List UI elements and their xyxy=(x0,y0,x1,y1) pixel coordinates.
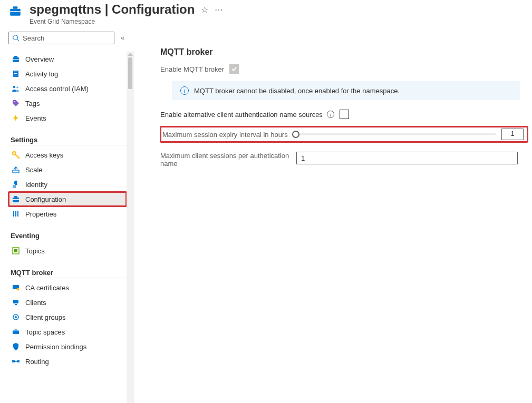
svg-rect-5 xyxy=(13,57,19,62)
sidebar-item-access-keys[interactable]: Access keys xyxy=(8,148,127,162)
sidebar-item-identity[interactable]: Identity xyxy=(8,177,127,192)
collapse-sidebar-button[interactable]: « xyxy=(119,34,127,42)
sidebar-item-label: Client groups xyxy=(25,313,66,321)
svg-rect-11 xyxy=(14,75,17,75)
sidebar-item-ca-certificates[interactable]: CA certificates xyxy=(8,280,127,295)
sidebar-item-label: Scale xyxy=(25,166,43,174)
topicspaces-icon xyxy=(12,328,20,336)
sidebar-item-clients[interactable]: Clients xyxy=(8,295,127,310)
svg-rect-28 xyxy=(13,300,18,303)
svg-point-13 xyxy=(16,86,18,89)
alt-auth-checkbox[interactable] xyxy=(340,110,349,119)
sidebar-heading-mqtt: MQTT broker xyxy=(8,266,127,278)
svg-point-12 xyxy=(13,86,15,88)
topics-icon xyxy=(12,247,20,255)
info-banner-text: MQTT broker cannot be disabled, once ena… xyxy=(194,87,400,95)
session-expiry-slider[interactable] xyxy=(294,133,496,135)
svg-line-4 xyxy=(17,40,20,42)
sidebar-heading-eventing: Eventing xyxy=(8,229,127,241)
page-header: spegmqttns | Configuration ☆ ⋯ Event Gri… xyxy=(0,0,532,31)
slider-thumb-icon[interactable] xyxy=(292,131,299,138)
routing-icon xyxy=(12,357,20,366)
svg-rect-17 xyxy=(13,185,16,188)
session-expiry-row: Maximum session expiry interval in hours… xyxy=(160,126,528,142)
check-icon xyxy=(231,66,237,72)
search-icon xyxy=(12,34,20,42)
svg-rect-19 xyxy=(14,196,17,198)
svg-rect-6 xyxy=(14,56,17,57)
more-actions-button[interactable]: ⋯ xyxy=(215,5,223,15)
sidebar-item-scale[interactable]: Scale xyxy=(8,162,127,177)
sidebar-item-label: Tags xyxy=(25,100,40,107)
sidebar-item-label: Routing xyxy=(25,358,49,366)
sidebar-item-permission-bindings[interactable]: Permission bindings xyxy=(8,339,127,354)
sidebar-item-access-control-iam-[interactable]: Access control (IAM) xyxy=(8,81,127,96)
info-banner: i MQTT broker cannot be disabled, once e… xyxy=(172,81,520,100)
sidebar-item-events[interactable]: Events xyxy=(8,111,127,125)
info-icon: i xyxy=(180,86,189,95)
svg-point-14 xyxy=(14,101,15,102)
enable-broker-checkbox xyxy=(229,64,239,74)
cert-icon xyxy=(12,283,20,292)
sidebar-item-label: Activity log xyxy=(25,70,58,78)
sidebar-item-label: Access keys xyxy=(25,151,63,159)
svg-rect-25 xyxy=(14,249,17,252)
session-expiry-value[interactable]: 1 xyxy=(501,129,524,140)
svg-rect-23 xyxy=(17,211,18,217)
svg-rect-34 xyxy=(17,360,20,362)
max-sessions-label: Maximum client sessions per autheticatio… xyxy=(160,152,291,168)
svg-point-3 xyxy=(13,35,18,40)
sidebar-item-label: Access control (IAM) xyxy=(25,85,89,93)
alt-auth-label: Enable alternative client authentication… xyxy=(160,111,323,119)
iam-icon xyxy=(12,84,20,93)
sidebar-item-overview[interactable]: Overview xyxy=(8,52,127,66)
resource-type-label: Event Grid Namespace xyxy=(30,18,223,25)
sidebar-item-label: Permission bindings xyxy=(25,343,86,351)
sidebar-item-client-groups[interactable]: Client groups xyxy=(8,310,127,325)
svg-rect-22 xyxy=(15,211,16,217)
info-icon[interactable]: i xyxy=(327,111,334,118)
svg-point-27 xyxy=(17,288,20,291)
page-title: spegmqttns | Configuration xyxy=(30,2,195,17)
session-expiry-label: Maximum session expiry interval in hours xyxy=(162,131,289,139)
page-name: Configuration xyxy=(112,2,195,16)
identity-icon xyxy=(12,180,20,189)
main-content: MQTT broker Enable MQTT broker i MQTT br… xyxy=(131,31,532,403)
sidebar-scrollbar[interactable] xyxy=(127,52,134,403)
sidebar-item-activity-log[interactable]: Activity log xyxy=(8,66,127,81)
properties-icon xyxy=(12,210,20,218)
sidebar-item-routing[interactable]: Routing xyxy=(8,354,127,369)
log-icon xyxy=(12,70,20,78)
enable-broker-label: Enable MQTT broker xyxy=(160,65,224,73)
scale-icon xyxy=(12,165,20,174)
svg-rect-7 xyxy=(13,59,19,60)
briefcase-icon xyxy=(12,55,20,63)
sidebar-item-properties[interactable]: Properties xyxy=(8,207,127,221)
svg-rect-18 xyxy=(13,198,19,202)
svg-rect-20 xyxy=(13,199,19,200)
sidebar-item-label: Clients xyxy=(25,299,46,307)
svg-rect-16 xyxy=(13,170,19,173)
resource-type-icon xyxy=(8,4,22,18)
svg-rect-21 xyxy=(13,211,14,217)
favorite-button[interactable]: ☆ xyxy=(201,5,208,15)
sidebar-search-input[interactable]: Search xyxy=(8,32,114,44)
sidebar-item-topics[interactable]: Topics xyxy=(8,243,127,258)
max-sessions-input[interactable] xyxy=(296,152,518,164)
clients-icon xyxy=(12,298,20,307)
sidebar-item-topic-spaces[interactable]: Topic spaces xyxy=(8,325,127,339)
sidebar-item-label: Topic spaces xyxy=(25,328,65,336)
sidebar-item-label: Configuration xyxy=(25,195,66,203)
svg-rect-10 xyxy=(14,73,17,74)
svg-rect-33 xyxy=(12,360,15,362)
sidebar-item-tags[interactable]: Tags xyxy=(8,96,127,111)
resource-name: spegmqttns xyxy=(30,2,101,16)
sidebar-item-configuration[interactable]: Configuration xyxy=(8,192,127,207)
shield-icon xyxy=(12,342,20,351)
sidebar-item-label: Topics xyxy=(25,247,45,255)
svg-rect-2 xyxy=(10,11,21,12)
sidebar-heading-settings: Settings xyxy=(8,133,127,145)
briefcase-icon xyxy=(12,195,20,203)
svg-point-31 xyxy=(15,316,17,318)
svg-rect-1 xyxy=(13,6,18,8)
